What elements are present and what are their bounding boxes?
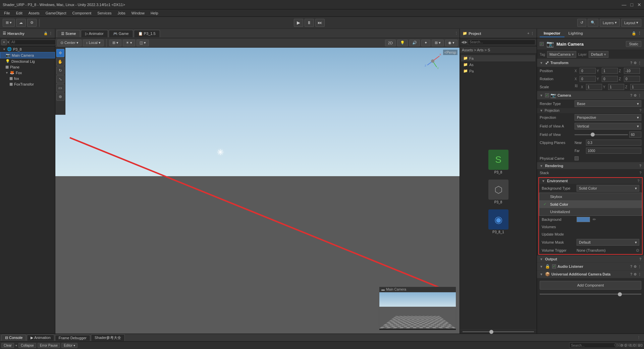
scene-cam-btn[interactable]: ◫ ▾ [137,40,149,46]
tool-rect[interactable]: ▭ [56,84,64,92]
far-value[interactable] [586,148,641,154]
viewport[interactable]: ✳ X Y Z [55,48,460,334]
menu-help[interactable]: Help [148,10,161,16]
tab-lighting[interactable]: Lighting [565,30,587,37]
stack-help[interactable]: ? [639,171,641,175]
scene-overlay-btn[interactable]: ◉ ▾ [445,40,458,46]
tab-animation[interactable]: ▶ Animation [27,335,54,341]
bg-color-edit[interactable]: ✏ [593,217,596,222]
transform-more[interactable]: ⋮ [638,61,641,65]
transform-settings[interactable]: ⚙ [634,61,637,65]
env-help[interactable]: ? [637,179,639,183]
tab-animator[interactable]: ▷ Animator [81,30,108,37]
hierarchy-add-btn[interactable]: + [1,39,7,45]
uacd-header[interactable]: ▼ 📦 Universal Additional Camera Data ? ⚙… [537,270,644,278]
audio-more[interactable]: ⋮ [638,265,641,268]
rotation-y[interactable] [602,76,618,82]
step-button[interactable]: ⏭ [315,19,325,27]
output-header[interactable]: ▼ Output ? [537,256,644,262]
projection-help[interactable]: ? [639,109,641,112]
physical-camera-check[interactable] [575,156,579,160]
scale-z[interactable] [630,84,644,90]
tab-inspector[interactable]: Inspector [540,30,565,37]
dropdown-solid-color[interactable]: ✓ Solid Color [539,200,642,208]
tab-menu-icon[interactable]: ⋮ [454,31,458,36]
static-button[interactable]: Static [626,41,641,47]
scene-gizmo-btn[interactable]: ⊞ ▾ [432,40,444,46]
tool-move[interactable]: ✥ [56,49,64,57]
error-pause-button[interactable]: Error Pause [38,343,60,348]
asset-folder-as[interactable]: 📁 As [461,61,535,68]
asset-thumb-p3_8-gray[interactable]: ⬡ P3_8 [487,178,510,205]
hierarchy-item-fox[interactable]: ▼ 🦊 Fox [0,70,55,76]
audio-help[interactable]: ? [630,265,632,268]
asset-folder-fa[interactable]: 📁 Fa [461,55,535,61]
uacd-settings[interactable]: ⚙ [634,272,637,276]
environment-header[interactable]: ▼ Environment ? [539,178,642,184]
minimize-button[interactable]: — [622,2,627,7]
hierarchy-item-fox-transform[interactable]: ▦ FoxTransfor [0,81,55,87]
local-btn[interactable]: ↕ Local ▾ [83,40,104,46]
inspector-lock-icon[interactable]: 🔒 [632,31,636,36]
hierarchy-item-plane[interactable]: ▦ Plane [0,64,55,70]
fov-axis-dropdown[interactable]: Vertical ▾ [575,123,641,130]
audio-check[interactable]: ✓ [552,264,556,268]
inspector-menu-icon[interactable]: ⋮ [638,31,641,36]
hierarchy-menu-icon[interactable]: ⋮ [49,32,52,35]
menu-file[interactable]: File [1,10,13,16]
camera-section-header[interactable]: ▼ ✓ 📷 Camera ? ⚙ ⋮ [537,91,644,99]
scale-x[interactable] [586,84,602,90]
toolbar-cloud-btn[interactable]: ☁ [16,19,26,27]
pause-button[interactable]: ⏸ [305,19,314,27]
fov-value-input[interactable] [629,132,641,138]
center-btn[interactable]: ⊙ Center ▾ [57,40,82,46]
menu-gameobject[interactable]: GameObject [43,10,69,16]
editor-button[interactable]: Editor ▾ [61,343,77,348]
rotation-z[interactable] [624,76,640,82]
menu-edit[interactable]: Edit [13,10,25,16]
camera-settings[interactable]: ⚙ [634,94,637,97]
scene-light-toggle[interactable]: 💡 [397,40,408,46]
transform-header[interactable]: ▼ ⤢ Transform ? ⚙ ⋮ [537,59,644,67]
camera-component-check[interactable]: ✓ [545,93,549,97]
uacd-help[interactable]: ? [630,272,632,276]
camera-more[interactable]: ⋮ [638,94,641,97]
menu-assets[interactable]: Assets [26,10,42,16]
render-type-dropdown[interactable]: Base ▾ [575,100,641,107]
hierarchy-item-fox-mesh[interactable]: ▦ fox [0,76,55,81]
menu-component[interactable]: Component [69,10,94,16]
layer-field[interactable]: Default ▾ [589,51,608,58]
tag-field[interactable]: MainCamera ▾ [547,51,576,58]
play-button[interactable]: ▶ [294,19,303,27]
inspector-scroll-slider[interactable] [540,294,641,295]
tab-frame-debugger[interactable]: Frame Debugger [55,335,90,341]
volume-trigger-edit[interactable]: ⊙ [636,248,639,253]
position-z[interactable] [624,68,640,74]
asset-thumb-p3_8-green[interactable]: S P3_8 [487,148,510,176]
fov-slider[interactable] [575,134,628,135]
rendering-header[interactable]: ▼ Rendering ? [537,162,644,169]
dropdown-uninitialized[interactable]: Uninitialized [539,208,642,215]
scene-vfx-btn[interactable]: ✦ [421,40,430,46]
add-component-button[interactable]: Add Component [540,281,641,290]
toolbar-view-btn[interactable]: ⊞ ▾ [3,19,15,27]
tab-console[interactable]: ⊟ Console [1,335,26,341]
scene-grid-btn[interactable]: ⊞ ▾ [109,40,121,46]
hierarchy-item-directional-light[interactable]: 💡 Directional Lig [0,58,55,64]
scene-light-btn[interactable]: ☀ ▾ [123,40,135,46]
uacd-more[interactable]: ⋮ [638,272,641,276]
scale-y[interactable] [608,84,624,90]
assets-search-input[interactable] [468,40,535,45]
output-help[interactable]: ? [639,257,641,261]
volume-mask-dropdown[interactable]: Default ▾ [577,239,639,246]
menu-jobs[interactable]: Jobs [115,10,128,16]
toolbar-refresh-btn[interactable]: ↺ [577,19,586,27]
menu-window[interactable]: Window [129,10,147,16]
rotation-x[interactable] [580,76,596,82]
tool-pan[interactable]: ✋ [56,58,64,66]
asset-zoom-slider[interactable] [463,331,534,332]
close-button[interactable]: ✕ [637,2,641,7]
camera-active-check[interactable]: ✓ [540,42,544,46]
hierarchy-dropdown-arrow[interactable]: ▾ [7,40,9,44]
menu-services[interactable]: Services [95,10,114,16]
